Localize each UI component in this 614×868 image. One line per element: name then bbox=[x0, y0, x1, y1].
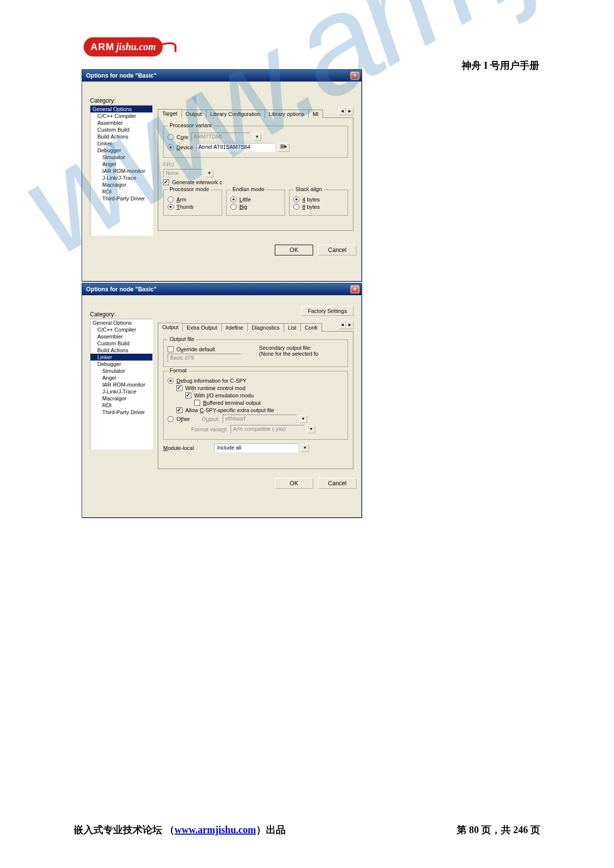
cat-iar-rom[interactable]: IAR ROM-monitor bbox=[90, 168, 152, 174]
cat2-linker[interactable]: Linker bbox=[90, 354, 152, 361]
tab2-output[interactable]: Output bbox=[158, 323, 183, 332]
tab2-extra-output[interactable]: Extra Output bbox=[182, 323, 222, 332]
ok-button-2[interactable]: OK bbox=[275, 478, 313, 489]
io-check[interactable] bbox=[185, 392, 191, 398]
output-fmt-dropdown-icon: ▼ bbox=[299, 415, 307, 423]
secondary-note: (None for the selected fo bbox=[259, 351, 344, 357]
buffered-label: Buffered terminal output bbox=[203, 400, 261, 406]
cat2-jlink[interactable]: J-Link/J-Trace bbox=[90, 388, 152, 395]
tab-output[interactable]: Output bbox=[181, 110, 206, 118]
close-icon[interactable]: × bbox=[351, 72, 359, 80]
cat-build-actions[interactable]: Build Actions bbox=[90, 133, 152, 140]
module-local-dropdown-icon[interactable]: ▼ bbox=[301, 444, 309, 452]
cat-jlink[interactable]: J-Link/J-Trace bbox=[90, 174, 152, 181]
tab-target[interactable]: Target bbox=[158, 109, 182, 118]
logo-arm: ARM bbox=[90, 41, 115, 52]
cat2-iar-rom[interactable]: IAR ROM-monitor bbox=[90, 381, 152, 388]
cat-simulator[interactable]: Simulator bbox=[90, 154, 152, 161]
io-label: With I/O emulation modu bbox=[194, 392, 254, 398]
output-file-group: Output file Override default Basic.d79 S… bbox=[163, 339, 348, 367]
output-fmt-value: elf/dwarf bbox=[223, 415, 296, 423]
tab-lib-options[interactable]: Library options bbox=[264, 110, 309, 118]
close-icon-2[interactable]: × bbox=[351, 285, 359, 293]
stack-align-group: Stack align 4 bytes 8 bytes bbox=[289, 190, 348, 216]
cspy-radio[interactable] bbox=[168, 378, 174, 384]
core-radio[interactable] bbox=[168, 134, 174, 140]
runtime-check[interactable] bbox=[176, 385, 182, 391]
tab-left-icon[interactable]: ◄ bbox=[339, 107, 346, 115]
override-check[interactable] bbox=[168, 346, 174, 352]
module-local-value[interactable]: Include all bbox=[214, 444, 298, 452]
category-list-1[interactable]: General Options C/C++ Compiler Assembler… bbox=[90, 105, 153, 236]
cat2-angel[interactable]: Angel bbox=[90, 374, 152, 381]
cat-rdi[interactable]: RDI bbox=[90, 188, 152, 195]
tab2-right-icon[interactable]: ► bbox=[346, 321, 353, 329]
logo-rest: jishu.com bbox=[117, 41, 156, 52]
tab-scroll-1[interactable]: ◄► bbox=[339, 107, 353, 115]
cat2-general-options[interactable]: General Options bbox=[90, 319, 152, 326]
cat-angel[interactable]: Angel bbox=[90, 161, 152, 168]
4bytes-radio[interactable] bbox=[293, 196, 299, 202]
cat2-third-party[interactable]: Third-Party Driver bbox=[90, 409, 152, 416]
cat2-custom-build[interactable]: Custom Build bbox=[90, 340, 152, 347]
stack-align-legend: Stack align bbox=[293, 186, 324, 192]
other-radio[interactable] bbox=[168, 416, 174, 422]
tab-lib-config[interactable]: Library Configuration bbox=[206, 110, 265, 118]
cat2-build-actions[interactable]: Build Actions bbox=[90, 347, 152, 354]
little-label: Little bbox=[239, 196, 251, 202]
cat-linker[interactable]: Linker bbox=[90, 140, 152, 147]
cat-assembler[interactable]: Assembler bbox=[90, 119, 152, 126]
tab2-list[interactable]: List bbox=[284, 323, 301, 332]
device-browse-icon[interactable]: ▤▸ bbox=[278, 143, 290, 152]
tab-right-icon[interactable]: ► bbox=[346, 107, 353, 115]
8bytes-radio[interactable] bbox=[293, 204, 299, 210]
arm-label: Arm bbox=[176, 196, 186, 202]
thumb-radio[interactable] bbox=[168, 204, 174, 210]
cat2-rdi[interactable]: RDI bbox=[90, 402, 152, 409]
cancel-button-1[interactable]: Cancel bbox=[318, 245, 356, 255]
ok-button-1[interactable]: OK bbox=[275, 245, 313, 255]
processor-variant-group: Processor variant Core ARM7TDMI ▼ Device bbox=[163, 126, 348, 158]
device-value[interactable]: Atmel AT91SAM7S64 bbox=[196, 143, 275, 152]
tab-mi[interactable]: MI bbox=[308, 110, 323, 118]
override-label: Override default bbox=[176, 346, 215, 352]
cat-cpp-compiler[interactable]: C/C++ Compiler bbox=[90, 112, 152, 119]
cat-debugger[interactable]: Debugger bbox=[90, 147, 152, 154]
cat-third-party[interactable]: Third-Party Driver bbox=[90, 195, 152, 202]
factory-settings-button[interactable]: Factory Settings bbox=[301, 306, 353, 316]
fpu-dropdown-icon: ▼ bbox=[205, 169, 213, 177]
output-fmt-label: Output: bbox=[202, 416, 220, 422]
little-radio[interactable] bbox=[231, 196, 236, 202]
output-file-legend: Output file bbox=[168, 336, 196, 342]
tab2-config[interactable]: Confi bbox=[300, 323, 322, 332]
cat-macraigor[interactable]: Macraigor bbox=[90, 181, 152, 188]
arm-radio[interactable] bbox=[168, 196, 174, 202]
cat2-macraigor[interactable]: Macraigor bbox=[90, 395, 152, 402]
cat2-assembler[interactable]: Assembler bbox=[90, 333, 152, 340]
category-list-2[interactable]: General Options C/C++ Compiler Assembler… bbox=[90, 319, 153, 449]
cancel-button-2[interactable]: Cancel bbox=[318, 478, 356, 489]
allow-check[interactable] bbox=[176, 407, 182, 413]
variant-dropdown-icon: ▼ bbox=[307, 425, 315, 433]
page-footer: 嵌入式专业技术论坛 （www.armjishu.com）出品 第 80 页，共 … bbox=[74, 823, 540, 837]
cat2-debugger[interactable]: Debugger bbox=[90, 361, 152, 367]
buffered-check[interactable] bbox=[194, 400, 200, 406]
big-radio[interactable] bbox=[231, 204, 236, 210]
cat2-cpp-compiler[interactable]: C/C++ Compiler bbox=[90, 326, 152, 333]
thumb-label: Thumb bbox=[176, 204, 193, 210]
logo-swoosh-icon bbox=[160, 41, 176, 55]
cat2-simulator[interactable]: Simulator bbox=[90, 367, 152, 374]
manual-title: 神舟 I 号用户手册 bbox=[462, 59, 539, 72]
cat-general-options[interactable]: General Options bbox=[90, 106, 152, 112]
footer-left-2: ）出品 bbox=[256, 824, 286, 835]
footer-link[interactable]: www.armjishu.com bbox=[175, 824, 256, 835]
core-value: ARM7TDMI bbox=[191, 133, 250, 141]
module-local-label: Module-local bbox=[163, 445, 194, 451]
processor-mode-group: Processor mode Arm Thumb bbox=[163, 190, 222, 216]
tab2-left-icon[interactable]: ◄ bbox=[339, 321, 346, 329]
tab2-diagnostics[interactable]: Diagnostics bbox=[247, 323, 284, 332]
cat-custom-build[interactable]: Custom Build bbox=[90, 126, 152, 133]
device-radio[interactable] bbox=[168, 144, 174, 150]
generate-interwork-check[interactable] bbox=[163, 179, 169, 185]
tab2-define[interactable]: #define bbox=[221, 323, 248, 332]
